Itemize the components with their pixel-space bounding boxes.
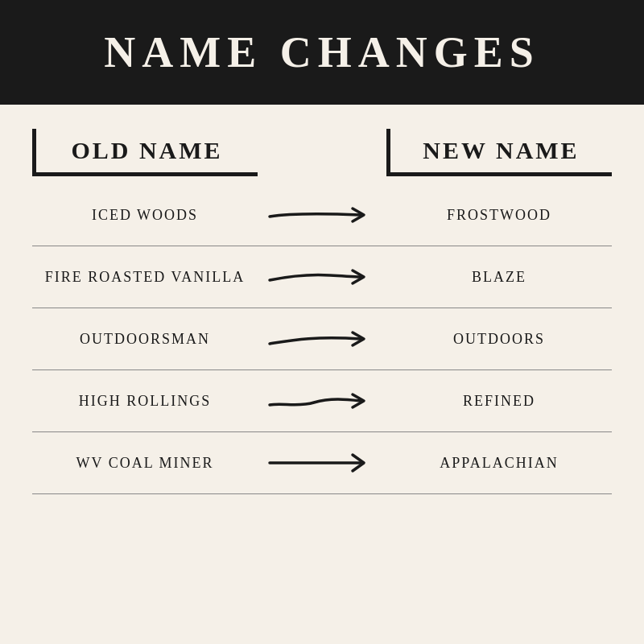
old-name-cell: FIRE ROASTED VANILLA (32, 269, 258, 286)
table-row: OUTDOORSMAN OUTDOORS (32, 308, 612, 370)
old-name-cell: ICED WOODS (32, 207, 258, 224)
arrow-icon (258, 385, 386, 417)
old-name-cell: HIGH ROLLINGS (32, 393, 258, 410)
arrow-icon (258, 323, 386, 355)
old-name-cell: WV COAL MINER (32, 455, 258, 472)
new-name-cell: OUTDOORS (386, 331, 612, 348)
new-name-header: NEW NAME (386, 129, 612, 176)
table-row: WV COAL MINER APPALACHIAN (32, 432, 612, 494)
new-name-cell: BLAZE (386, 269, 612, 286)
old-name-header: OLD NAME (32, 129, 258, 176)
columns-header: OLD NAME NEW NAME (32, 129, 612, 176)
table-row: HIGH ROLLINGS REFINED (32, 370, 612, 432)
content: OLD NAME NEW NAME ICED WOODS FROSTWOOD F… (0, 105, 644, 644)
arrow-icon (258, 199, 386, 231)
table-row: FIRE ROASTED VANILLA BLAZE (32, 246, 612, 308)
new-name-cell: FROSTWOOD (386, 207, 612, 224)
old-name-cell: OUTDOORSMAN (32, 331, 258, 348)
header: NAME CHANGES (0, 0, 644, 105)
page-title: NAME CHANGES (104, 27, 540, 77)
table-row: ICED WOODS FROSTWOOD (32, 184, 612, 246)
new-name-cell: APPALACHIAN (386, 455, 612, 472)
rows-container: ICED WOODS FROSTWOOD FIRE ROASTED VANILL… (32, 184, 612, 494)
arrow-icon (258, 447, 386, 479)
new-name-cell: REFINED (386, 393, 612, 410)
arrow-icon (258, 261, 386, 293)
